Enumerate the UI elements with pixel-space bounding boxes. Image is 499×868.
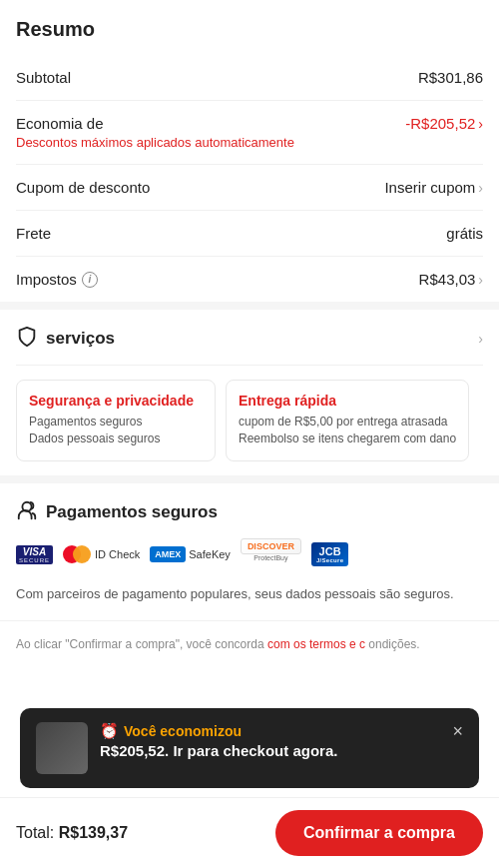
- total-label: Total:: [16, 824, 59, 841]
- service-card-security-item-2: Dados pessoais seguros: [29, 432, 203, 445]
- impostos-row[interactable]: Impostos i R$43,03 ›: [16, 257, 483, 302]
- toast-close-button[interactable]: ×: [444, 722, 463, 740]
- safekey-text: SafeKey: [189, 548, 231, 560]
- amex-card-badge: AMEX: [150, 546, 186, 562]
- toast-alert-icon: ⏰: [100, 722, 119, 740]
- services-title-row: serviços: [16, 326, 115, 351]
- jcb-badge: JCB J/Secure: [311, 542, 348, 566]
- cupom-label: Cupom de desconto: [16, 179, 150, 196]
- impostos-value: R$43,03 ›: [419, 271, 483, 288]
- services-title: serviços: [46, 329, 115, 349]
- subtotal-row: Subtotal R$301,86: [16, 55, 483, 101]
- economia-block: Economia de -R$205,52 › Descontos máximo…: [16, 101, 483, 165]
- jcb-logo: JCB J/Secure: [311, 538, 348, 570]
- frete-row: Frete grátis: [16, 211, 483, 257]
- service-card-delivery-item-2: Reembolso se itens chegarem com dano: [239, 432, 456, 445]
- cupom-chevron-icon: ›: [478, 180, 483, 196]
- terms-text: Ao clicar "Confirmar a compra", você con…: [16, 635, 483, 653]
- toast-title-highlight: Você economizou: [124, 723, 242, 739]
- protectbuy-text: ProtectBuy: [253, 554, 287, 561]
- info-icon: i: [82, 272, 98, 288]
- mc-orange-circle: [73, 545, 91, 563]
- mc-idcheck-text: ID Check: [95, 548, 140, 560]
- economia-value[interactable]: -R$205,52 ›: [405, 115, 483, 132]
- frete-label: Frete: [16, 225, 51, 242]
- mastercard-circles: [63, 545, 91, 563]
- bottom-bar: Total: R$139,37 Confirmar a compra: [0, 797, 499, 868]
- shield-icon: [16, 326, 38, 351]
- confirm-purchase-button[interactable]: Confirmar a compra: [275, 810, 483, 856]
- toast-title: ⏰ Você economizou: [100, 722, 432, 740]
- frete-value: grátis: [446, 225, 483, 242]
- cupom-value: Inserir cupom ›: [384, 179, 483, 196]
- discover-badge: DISCOVER: [241, 538, 301, 554]
- impostos-label: Impostos i: [16, 271, 98, 288]
- services-chevron-icon: ›: [478, 331, 483, 347]
- resumo-title: Resumo: [16, 18, 483, 41]
- mastercard-logo: ID Check: [63, 538, 140, 570]
- cupom-row[interactable]: Cupom de desconto Inserir cupom ›: [16, 165, 483, 211]
- discover-logo: DISCOVER ProtectBuy: [241, 538, 301, 570]
- section-divider-1: [0, 302, 499, 310]
- total-amount: R$139,37: [59, 824, 128, 841]
- amex-logo: AMEX SafeKey: [150, 538, 231, 570]
- page-content: Resumo Subtotal R$301,86 Economia de -R$…: [0, 0, 499, 747]
- terms-link[interactable]: com os termos e c: [267, 637, 365, 651]
- visa-logo: VISA SECURE: [16, 538, 53, 570]
- payment-description: Com parceiros de pagamento populares, se…: [16, 584, 483, 604]
- service-card-delivery-title: Entrega rápida: [239, 393, 456, 409]
- service-card-delivery: Entrega rápida cupom de R$5,00 por entre…: [226, 380, 469, 461]
- services-header[interactable]: serviços ›: [16, 326, 483, 366]
- total-area: Total: R$139,37: [16, 824, 128, 842]
- toast-product-image: [36, 722, 88, 774]
- service-card-security-item-1: Pagamentos seguros: [29, 415, 203, 429]
- economia-sub: Descontos máximos aplicados automaticame…: [16, 135, 483, 150]
- service-card-delivery-item-1: cupom de R$5,00 por entrega atrasada: [239, 415, 456, 429]
- economia-label: Economia de: [16, 115, 104, 132]
- service-card-security: Segurança e privacidade Pagamentos segur…: [16, 380, 216, 461]
- terms-section: Ao clicar "Confirmar a compra", você con…: [0, 620, 499, 667]
- impostos-chevron-icon: ›: [478, 272, 483, 288]
- services-section: serviços › Segurança e privacidade Pagam…: [0, 310, 499, 475]
- resumo-section: Resumo Subtotal R$301,86 Economia de -R$…: [0, 0, 499, 302]
- subtotal-value: R$301,86: [418, 69, 483, 86]
- toast-checkout-link[interactable]: R$205,52. Ir para checkout agora.: [100, 742, 337, 759]
- service-cards: Segurança e privacidade Pagamentos segur…: [16, 366, 483, 475]
- toast-notification: ⏰ Você economizou R$205,52. Ir para chec…: [20, 708, 479, 788]
- payment-logos: VISA SECURE ID Check AMEX SafeKey DISCOV…: [16, 538, 483, 570]
- subtotal-label: Subtotal: [16, 69, 71, 86]
- payment-icon: [16, 499, 38, 524]
- terms-text-before: Ao clicar "Confirmar a compra", você con…: [16, 637, 267, 651]
- terms-text-after: ondições.: [368, 637, 419, 651]
- toast-body: ⏰ Você economizou R$205,52. Ir para chec…: [100, 722, 432, 761]
- service-card-security-title: Segurança e privacidade: [29, 393, 203, 409]
- economia-chevron-icon: ›: [478, 116, 483, 132]
- payment-title: Pagamentos seguros: [46, 502, 218, 522]
- payment-title-row: Pagamentos seguros: [16, 499, 483, 524]
- payment-section: Pagamentos seguros VISA SECURE ID Check: [0, 475, 499, 620]
